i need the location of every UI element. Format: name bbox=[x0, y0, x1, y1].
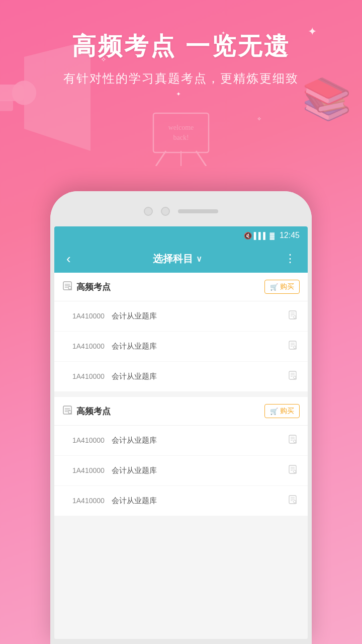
list-item-text-1-1: 1A410000 会计从业题库 bbox=[72, 342, 157, 351]
section-icon-1 bbox=[62, 281, 72, 293]
toolbar-title-area[interactable]: 选择科目 ∨ bbox=[153, 252, 202, 266]
sparkle-3: ✦ bbox=[176, 91, 181, 98]
phone-mockup: 🔇 ▌▌▌ ▓ 12:45 ‹ 选择科目 ∨ ⋮ bbox=[50, 191, 312, 644]
section-title-2: 高频考点 bbox=[76, 406, 111, 417]
svg-rect-3 bbox=[0, 100, 13, 111]
svg-rect-7 bbox=[153, 113, 209, 152]
buy-label-1: 购买 bbox=[280, 282, 294, 291]
svg-point-26 bbox=[294, 346, 296, 349]
status-icons: 🔇 ▌▌▌ ▓ 12:45 bbox=[244, 231, 300, 240]
svg-rect-40 bbox=[289, 435, 296, 443]
sparkle-1: ✦ bbox=[308, 25, 317, 38]
svg-rect-16 bbox=[289, 311, 296, 319]
svg-text:welcome: welcome bbox=[168, 124, 194, 131]
list-item-1-1[interactable]: 1A410000 会计从业题库 bbox=[54, 332, 308, 362]
svg-point-20 bbox=[294, 316, 296, 318]
phone-top-bar bbox=[50, 191, 312, 226]
item-search-icon-2-0 bbox=[289, 435, 298, 446]
phone-screen: 🔇 ▌▌▌ ▓ 12:45 ‹ 选择科目 ∨ ⋮ bbox=[54, 226, 308, 639]
toolbar-title-text: 选择科目 bbox=[153, 252, 193, 266]
status-bar: 🔇 ▌▌▌ ▓ 12:45 bbox=[54, 226, 308, 245]
section-header-left-1: 高频考点 bbox=[62, 281, 111, 293]
section-title-1: 高频考点 bbox=[76, 281, 111, 293]
svg-rect-22 bbox=[289, 341, 296, 349]
signal-icon: ▌▌▌ bbox=[254, 232, 268, 239]
app-toolbar: ‹ 选择科目 ∨ ⋮ bbox=[54, 245, 308, 273]
svg-point-56 bbox=[294, 501, 296, 503]
flashlight-illustration bbox=[0, 40, 90, 151]
svg-line-4 bbox=[156, 151, 166, 166]
svg-point-14 bbox=[68, 286, 71, 289]
section-group-2: 高频考点 🛒 购买 1A410000 会计从业题库 bbox=[54, 397, 308, 516]
item-search-icon-2-2 bbox=[289, 495, 298, 507]
item-search-icon-1-0 bbox=[289, 310, 298, 322]
svg-rect-28 bbox=[289, 371, 296, 379]
svg-rect-46 bbox=[289, 465, 296, 473]
section-header-1: 高频考点 🛒 购买 bbox=[54, 273, 308, 301]
svg-line-5 bbox=[196, 151, 206, 166]
svg-rect-2 bbox=[0, 85, 24, 101]
list-item-1-0[interactable]: 1A410000 会计从业题库 bbox=[54, 301, 308, 332]
buy-label-2: 购买 bbox=[280, 407, 294, 416]
phone-speaker bbox=[178, 209, 218, 213]
mute-icon: 🔇 bbox=[244, 232, 252, 239]
section-group-1: 高频考点 🛒 购买 1A410000 会计从业题库 bbox=[54, 273, 308, 392]
list-item-text-2-1: 1A410000 会计从业题库 bbox=[72, 466, 157, 475]
list-item-1-2[interactable]: 1A410000 会计从业题库 bbox=[54, 362, 308, 392]
section-icon-2 bbox=[62, 405, 72, 418]
sparkle-2: ✧ bbox=[101, 55, 107, 63]
back-button[interactable]: ‹ bbox=[62, 249, 75, 269]
buy-button-2[interactable]: 🛒 购买 bbox=[264, 404, 300, 418]
more-options-button[interactable]: ⋮ bbox=[281, 250, 300, 267]
sparkle-5: ✧ bbox=[257, 116, 261, 122]
deco-books: 📚 bbox=[302, 75, 352, 123]
section-header-left-2: 高频考点 bbox=[62, 405, 111, 418]
item-search-icon-1-2 bbox=[289, 371, 298, 382]
battery-icon: ▓ bbox=[269, 232, 274, 239]
svg-point-44 bbox=[294, 440, 296, 443]
buy-button-1[interactable]: 🛒 购买 bbox=[264, 280, 300, 294]
status-time: 12:45 bbox=[280, 231, 300, 240]
item-search-icon-2-1 bbox=[289, 465, 298, 476]
list-item-2-1[interactable]: 1A410000 会计从业题库 bbox=[54, 456, 308, 486]
svg-rect-52 bbox=[289, 496, 296, 504]
list-item-text-2-0: 1A410000 会计从业题库 bbox=[72, 436, 157, 445]
list-item-text-1-2: 1A410000 会计从业题库 bbox=[72, 372, 157, 381]
item-search-icon-1-1 bbox=[289, 341, 298, 352]
sparkle-4: ✦ bbox=[221, 30, 225, 36]
cart-icon-2: 🛒 bbox=[270, 408, 278, 415]
welcome-board: welcome back! bbox=[151, 111, 211, 166]
list-item-text-1-0: 1A410000 会计从业题库 bbox=[72, 311, 157, 321]
cart-icon-1: 🛒 bbox=[270, 283, 278, 291]
camera-1 bbox=[144, 207, 153, 216]
camera-2 bbox=[161, 207, 170, 216]
chevron-down-icon: ∨ bbox=[196, 254, 202, 264]
section-header-2: 高频考点 🛒 购买 bbox=[54, 397, 308, 426]
content-area: 高频考点 🛒 购买 1A410000 会计从业题库 bbox=[54, 273, 308, 639]
svg-point-38 bbox=[68, 411, 71, 414]
svg-text:back!: back! bbox=[173, 134, 189, 141]
svg-point-50 bbox=[294, 470, 296, 473]
list-item-2-2[interactable]: 1A410000 会计从业题库 bbox=[54, 486, 308, 516]
svg-point-32 bbox=[294, 376, 296, 379]
list-item-2-0[interactable]: 1A410000 会计从业题库 bbox=[54, 426, 308, 456]
list-item-text-2-2: 1A410000 会计从业题库 bbox=[72, 496, 157, 506]
